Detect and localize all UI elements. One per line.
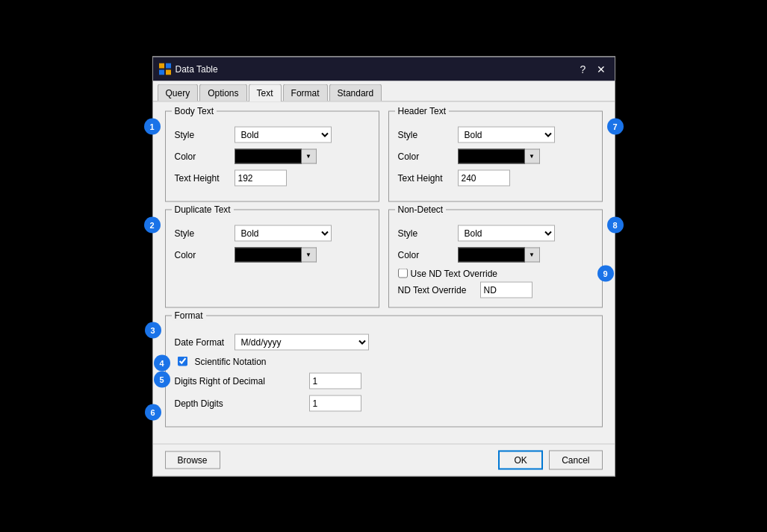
dup-color-box[interactable] bbox=[235, 247, 302, 262]
annotation-5: 5 bbox=[154, 371, 170, 387]
dialog: Data Table ? ✕ Query Options Text Format… bbox=[152, 56, 615, 476]
date-format-label: Date Format bbox=[175, 337, 235, 347]
body-style-select[interactable]: Bold bbox=[235, 126, 332, 143]
nd-override-input[interactable] bbox=[480, 281, 532, 298]
tab-standard[interactable]: Standard bbox=[329, 84, 382, 101]
header-text-title: Header Text bbox=[395, 105, 449, 116]
body-text-panel: Body Text Style Bold Color ▼ bbox=[165, 110, 379, 201]
header-style-label: Style bbox=[398, 129, 458, 140]
ok-button[interactable]: OK bbox=[498, 450, 543, 469]
body-color-box[interactable] bbox=[235, 148, 302, 163]
scientific-notation-checkbox[interactable] bbox=[178, 357, 187, 366]
svg-rect-2 bbox=[159, 69, 164, 75]
browse-button[interactable]: Browse bbox=[165, 451, 220, 469]
non-detect-title: Non-Detect bbox=[395, 204, 447, 214]
nd-color-label: Color bbox=[398, 249, 458, 260]
dup-style-label: Style bbox=[175, 228, 235, 238]
body-color-dropdown[interactable]: ▼ bbox=[302, 148, 317, 163]
tab-query[interactable]: Query bbox=[158, 84, 199, 101]
annotation-9: 9 bbox=[597, 265, 614, 281]
annotation-3: 3 bbox=[145, 322, 161, 338]
svg-rect-3 bbox=[166, 69, 171, 75]
dup-color-dropdown[interactable]: ▼ bbox=[302, 247, 317, 262]
header-textheight-label: Text Height bbox=[398, 172, 458, 183]
nd-style-select[interactable]: Bold bbox=[458, 225, 555, 241]
tab-bar: Query Options Text Format Standard bbox=[153, 81, 615, 101]
tab-options[interactable]: Options bbox=[199, 84, 246, 101]
header-color-label: Color bbox=[398, 151, 458, 161]
nd-style-label: Style bbox=[398, 228, 458, 238]
digits-right-input[interactable] bbox=[309, 372, 361, 389]
format-title: Format bbox=[172, 310, 206, 320]
nd-color-box[interactable] bbox=[458, 247, 525, 262]
header-color-wrapper: ▼ bbox=[458, 148, 540, 163]
duplicate-text-title: Duplicate Text bbox=[172, 204, 234, 214]
header-style-select[interactable]: Bold bbox=[458, 126, 555, 143]
duplicate-text-panel: Duplicate Text Style Bold Color bbox=[165, 209, 379, 307]
use-nd-label: Use ND Text Override bbox=[411, 268, 497, 278]
header-color-box[interactable] bbox=[458, 148, 525, 163]
annotation-1: 1 bbox=[144, 118, 161, 134]
body-textheight-label: Text Height bbox=[175, 172, 235, 183]
close-button[interactable]: ✕ bbox=[594, 61, 609, 76]
tab-text[interactable]: Text bbox=[249, 84, 282, 101]
header-text-panel: Header Text Style Bold Color bbox=[388, 110, 603, 201]
depth-digits-input[interactable] bbox=[309, 395, 361, 411]
dup-color-label: Color bbox=[175, 249, 235, 260]
body-text-title: Body Text bbox=[172, 105, 217, 116]
body-color-label: Color bbox=[175, 151, 235, 161]
content-area: 1 Body Text Style Bold Color bbox=[153, 101, 615, 443]
app-icon bbox=[159, 63, 171, 75]
nd-color-wrapper: ▼ bbox=[458, 247, 540, 262]
nd-color-dropdown[interactable]: ▼ bbox=[525, 247, 540, 262]
annotation-6: 6 bbox=[145, 404, 161, 420]
depth-digits-label: Depth Digits bbox=[175, 398, 309, 408]
header-textheight-input[interactable]: 240 bbox=[458, 169, 510, 186]
svg-rect-1 bbox=[166, 63, 171, 68]
format-panel: 3 Format Date Format M/dd/yyyy dd/MM/yyy… bbox=[165, 315, 603, 427]
digits-right-label: Digits Right of Decimal bbox=[175, 375, 309, 386]
annotation-7: 7 bbox=[607, 118, 624, 134]
bottom-bar: Browse OK Cancel bbox=[153, 443, 615, 475]
body-textheight-input[interactable]: 192 bbox=[235, 169, 287, 186]
annotation-4: 4 bbox=[154, 354, 170, 371]
svg-rect-0 bbox=[159, 63, 164, 68]
nd-override-label: ND Text Override bbox=[398, 284, 480, 295]
tab-format[interactable]: Format bbox=[283, 84, 328, 101]
body-style-label: Style bbox=[175, 129, 235, 140]
dup-color-wrapper: ▼ bbox=[235, 247, 317, 262]
cancel-button[interactable]: Cancel bbox=[549, 450, 602, 469]
non-detect-panel: Non-Detect Style Bold Color bbox=[388, 209, 603, 307]
body-color-wrapper: ▼ bbox=[235, 148, 317, 163]
annotation-2: 2 bbox=[144, 216, 161, 233]
date-format-select[interactable]: M/dd/yyyy dd/MM/yyyy yyyy-MM-dd bbox=[235, 334, 369, 350]
title-bar: Data Table ? ✕ bbox=[153, 57, 615, 81]
dialog-title: Data Table bbox=[176, 63, 218, 74]
scientific-notation-label: Scientific Notation bbox=[195, 356, 267, 366]
header-color-dropdown[interactable]: ▼ bbox=[525, 148, 540, 163]
help-button[interactable]: ? bbox=[576, 61, 591, 76]
annotation-8: 8 bbox=[607, 216, 624, 233]
use-nd-checkbox[interactable] bbox=[398, 269, 408, 278]
dup-style-select[interactable]: Bold bbox=[235, 225, 332, 241]
